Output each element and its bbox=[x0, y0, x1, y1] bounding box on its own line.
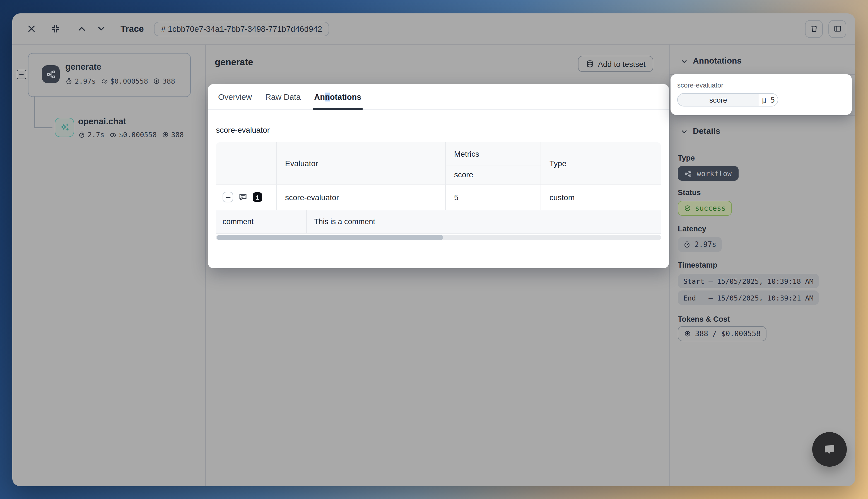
annotation-metric-pill[interactable]: score μ 5 bbox=[677, 93, 778, 107]
annotation-card: score-evaluator score μ 5 bbox=[671, 74, 852, 115]
database-icon bbox=[586, 60, 594, 68]
tree-node-stats: 2.7s $0.000558 388 bbox=[78, 131, 184, 139]
close-icon[interactable] bbox=[27, 24, 36, 34]
comment-value: This is a comment bbox=[314, 210, 375, 233]
status-badge: success bbox=[678, 201, 732, 216]
timestamp-label: Timestamp bbox=[678, 261, 718, 269]
latency-label: Latency bbox=[678, 225, 706, 233]
type-label: Type bbox=[678, 154, 695, 162]
tab-bar: Overview Raw Data Annotations bbox=[208, 84, 669, 110]
col-evaluator: Evaluator bbox=[285, 159, 318, 168]
toggle-sidebar-button[interactable] bbox=[828, 20, 846, 38]
details-sidebar: Annotations score-evaluator score μ 5 De… bbox=[670, 45, 855, 486]
coins-icon bbox=[109, 131, 117, 138]
minimize-icon[interactable] bbox=[51, 24, 60, 34]
timestamp-start-badge: Start – 15/05/2025, 10:39:18 AM bbox=[678, 274, 819, 288]
check-circle-icon bbox=[684, 205, 691, 212]
tree-node-stats: 2.97s $0.000558 388 bbox=[65, 77, 175, 85]
cell-type: custom bbox=[550, 184, 575, 210]
trace-id-badge[interactable]: # 1cbb70e7-34a1-7bb7-3498-771b7d46d942 bbox=[154, 22, 329, 36]
workflow-icon bbox=[42, 65, 60, 83]
collapse-row-button[interactable] bbox=[222, 192, 233, 203]
chat-launcher-button[interactable] bbox=[812, 432, 847, 467]
cell-evaluator: score-evaluator bbox=[285, 184, 339, 210]
tree-node-generate[interactable]: generate 2.97s $0.000558 388 bbox=[28, 53, 191, 97]
evaluator-table: Evaluator Metrics score Type bbox=[216, 142, 661, 234]
table-header: Evaluator Metrics score Type bbox=[216, 142, 661, 184]
tree-node-openai-chat[interactable]: openai.chat 2.7s $0.000558 388 bbox=[55, 118, 200, 155]
tree-collapse-toggle[interactable] bbox=[17, 70, 26, 79]
page-title: Trace bbox=[120, 24, 144, 34]
comment-row: comment This is a comment bbox=[216, 210, 661, 234]
trace-tree-panel: generate 2.97s $0.000558 388 openai.chat… bbox=[12, 45, 206, 486]
stopwatch-icon bbox=[78, 131, 85, 138]
col-metrics: Metrics bbox=[454, 149, 479, 158]
minus-icon bbox=[225, 194, 231, 200]
span-title: generate bbox=[215, 57, 253, 68]
workflow-icon bbox=[685, 170, 692, 177]
tab-overview[interactable]: Overview bbox=[218, 84, 252, 109]
minus-icon bbox=[19, 72, 24, 77]
latency-badge: 2.97s bbox=[678, 237, 722, 252]
trash-icon bbox=[810, 25, 818, 33]
tree-node-label: openai.chat bbox=[78, 117, 126, 126]
comment-key: comment bbox=[222, 210, 254, 233]
stopwatch-icon bbox=[65, 77, 73, 85]
divider bbox=[670, 115, 855, 116]
scrollbar-thumb[interactable] bbox=[217, 235, 443, 240]
text-selection: n bbox=[325, 92, 330, 101]
tree-connector bbox=[34, 127, 52, 128]
add-to-testset-button[interactable]: Add to testset bbox=[578, 56, 653, 72]
trace-modal: Trace # 1cbb70e7-34a1-7bb7-3498-771b7d46… bbox=[12, 13, 855, 486]
col-metric-score: score bbox=[454, 170, 473, 179]
cell-score: 5 bbox=[454, 184, 459, 210]
tab-raw-data[interactable]: Raw Data bbox=[265, 84, 301, 109]
tokens-icon bbox=[684, 330, 691, 337]
span-detail-panel: generate Add to testset Overview Raw Dat… bbox=[206, 45, 670, 486]
type-badge: workflow bbox=[678, 166, 738, 181]
table-row[interactable]: 1 score-evaluator 5 custom bbox=[216, 184, 661, 210]
row-controls: 1 bbox=[222, 184, 262, 210]
status-label: Status bbox=[678, 188, 701, 197]
tree-node-label: generate bbox=[65, 62, 101, 72]
horizontal-scrollbar bbox=[216, 235, 661, 240]
annotation-evaluator-label: score-evaluator bbox=[677, 82, 723, 89]
comment-count-badge[interactable]: 1 bbox=[253, 192, 262, 202]
topbar: Trace # 1cbb70e7-34a1-7bb7-3498-771b7d46… bbox=[12, 13, 855, 45]
tab-annotations[interactable]: Annotations bbox=[314, 84, 361, 109]
metric-mean-value: μ 5 bbox=[759, 94, 777, 106]
timestamp-end-badge: End – 15/05/2025, 10:39:21 AM bbox=[678, 291, 819, 305]
delete-trace-button[interactable] bbox=[805, 20, 823, 38]
panel-layout-icon bbox=[833, 25, 842, 33]
tokens-cost-badge: 388 / $0.000558 bbox=[678, 326, 767, 341]
trace-viewer-screen: Trace # 1cbb70e7-34a1-7bb7-3498-771b7d46… bbox=[0, 0, 868, 499]
tokens-cost-label: Tokens & Cost bbox=[678, 315, 730, 324]
evaluator-section-title: score-evaluator bbox=[216, 125, 270, 134]
details-section-header[interactable]: Details bbox=[693, 126, 720, 135]
chevron-up-icon[interactable] bbox=[77, 24, 86, 34]
chevron-down-icon[interactable] bbox=[97, 24, 106, 34]
coins-icon bbox=[101, 77, 108, 85]
comment-icon[interactable] bbox=[238, 192, 248, 202]
chevron-down-icon[interactable] bbox=[680, 58, 688, 65]
tokens-icon bbox=[153, 77, 160, 85]
tokens-icon bbox=[162, 131, 169, 138]
metric-name: score bbox=[678, 94, 759, 106]
chevron-down-icon[interactable] bbox=[680, 128, 688, 135]
annotations-tab-panel: Overview Raw Data Annotations score-eval… bbox=[208, 84, 669, 268]
stopwatch-icon bbox=[683, 241, 691, 248]
sparkles-icon bbox=[55, 118, 74, 137]
chat-bubble-icon bbox=[821, 441, 838, 458]
tree-connector bbox=[34, 96, 35, 128]
annotations-section-header[interactable]: Annotations bbox=[693, 56, 742, 65]
col-type: Type bbox=[550, 159, 566, 168]
